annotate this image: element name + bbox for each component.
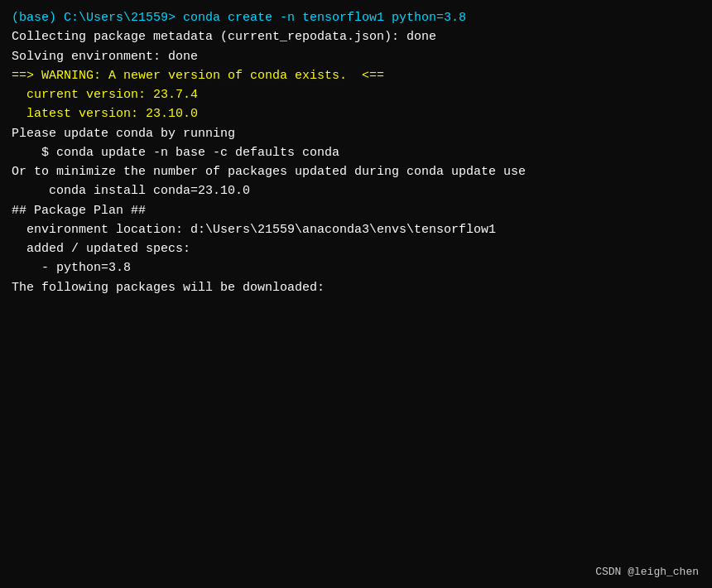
terminal-window: (base) C:\Users\21559> conda create -n t… bbox=[0, 0, 712, 588]
terminal-line: Please update conda by running bbox=[12, 124, 700, 143]
terminal-line: - python=3.8 bbox=[12, 258, 700, 277]
terminal-line: Solving environment: done bbox=[12, 47, 700, 66]
watermark: CSDN @leigh_chen bbox=[595, 566, 699, 578]
terminal-line: ## Package Plan ## bbox=[12, 201, 700, 220]
terminal-line: latest version: 23.10.0 bbox=[12, 104, 700, 123]
terminal-line: Collecting package metadata (current_rep… bbox=[12, 27, 700, 46]
terminal-line: ==> WARNING: A newer version of conda ex… bbox=[12, 66, 700, 85]
terminal-line: $ conda update -n base -c defaults conda bbox=[12, 143, 700, 162]
terminal-line: (base) C:\Users\21559> conda create -n t… bbox=[12, 8, 700, 27]
terminal-line: environment location: d:\Users\21559\ana… bbox=[12, 220, 700, 239]
terminal-line: conda install conda=23.10.0 bbox=[12, 181, 700, 200]
terminal-line: The following packages will be downloade… bbox=[12, 278, 700, 297]
terminal-line: current version: 23.7.4 bbox=[12, 85, 700, 104]
terminal-line: Or to minimize the number of packages up… bbox=[12, 162, 700, 181]
terminal-content: (base) C:\Users\21559> conda create -n t… bbox=[12, 8, 700, 297]
terminal-line: added / updated specs: bbox=[12, 239, 700, 258]
